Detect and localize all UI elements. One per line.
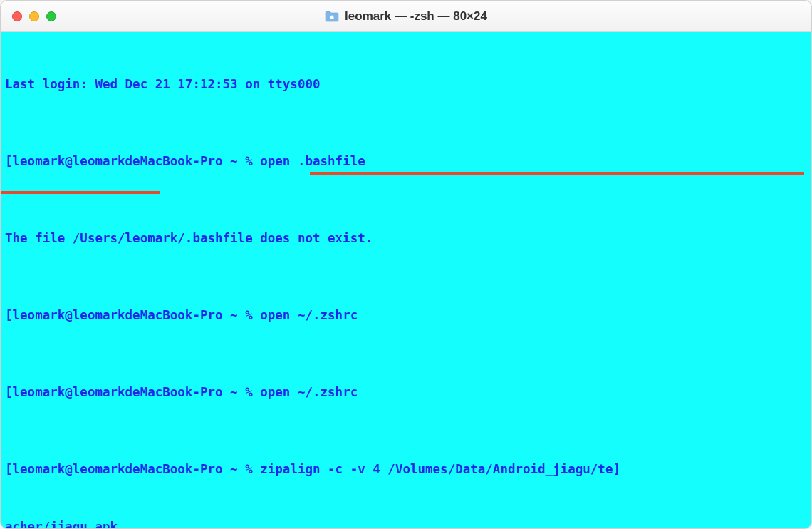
terminal-body[interactable]: Last login: Wed Dec 21 17:12:53 on ttys0… (1, 32, 811, 529)
command-continuation: acher/jiagu.apk (2, 518, 810, 529)
highlight-underline-icon (310, 172, 804, 175)
prompt-line-4: [leomark@leomarkdeMacBook-Pro ~ % zipali… (2, 460, 810, 479)
last-login-line: Last login: Wed Dec 21 17:12:53 on ttys0… (2, 75, 810, 94)
titlebar[interactable]: leomark — -zsh — 80×24 (1, 1, 811, 32)
prompt-line-3: [leomark@leomarkdeMacBook-Pro ~ % open ~… (2, 383, 810, 402)
bracket-open-icon: [ (5, 154, 13, 168)
prompt-text: leomark@leomarkdeMacBook-Pro ~ % (13, 385, 261, 399)
traffic-lights (12, 11, 56, 21)
window-title: leomark — -zsh — 80×24 (345, 9, 487, 24)
prompt-text: leomark@leomarkdeMacBook-Pro ~ % (13, 154, 261, 168)
command-text: open ~/.zshrc (260, 385, 358, 399)
prompt-line-1: [leomark@leomarkdeMacBook-Pro ~ % open .… (2, 152, 810, 171)
bracket-close-icon: ] (613, 462, 620, 476)
bracket-open-icon: [ (5, 308, 13, 322)
prompt-text: leomark@leomarkdeMacBook-Pro ~ % (13, 308, 261, 322)
command-text: open .bashfile (260, 154, 365, 168)
prompt-line-2: [leomark@leomarkdeMacBook-Pro ~ % open ~… (2, 306, 810, 325)
home-folder-icon (325, 11, 339, 22)
highlight-underline-icon (1, 191, 160, 194)
bracket-open-icon: [ (5, 385, 13, 399)
error-line: The file /Users/leomark/.bashfile does n… (2, 229, 810, 248)
command-text: zipalign -c -v 4 /Volumes/Data/Android_j… (260, 462, 613, 476)
terminal-window: leomark — -zsh — 80×24 Last login: Wed D… (0, 0, 812, 529)
prompt-text: leomark@leomarkdeMacBook-Pro ~ % (13, 462, 261, 476)
bracket-open-icon: [ (5, 462, 13, 476)
zoom-icon[interactable] (46, 11, 56, 21)
minimize-icon[interactable] (29, 11, 39, 21)
window-title-group: leomark — -zsh — 80×24 (325, 9, 487, 24)
command-text: open ~/.zshrc (260, 308, 358, 322)
close-icon[interactable] (12, 11, 22, 21)
